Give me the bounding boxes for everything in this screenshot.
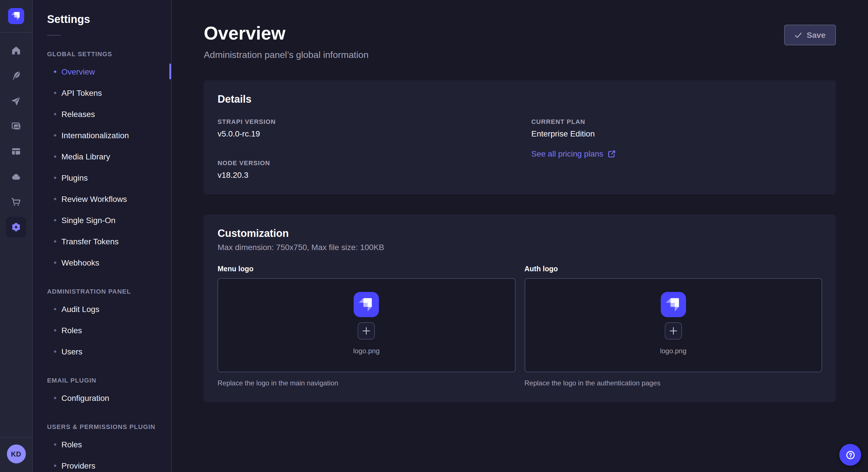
main-content: Overview Administration panel’s global i…: [172, 0, 868, 472]
auth-logo-add-button[interactable]: [665, 322, 682, 339]
subnav-item-review-workflows[interactable]: Review Workflows: [33, 188, 171, 209]
cloud-icon[interactable]: [6, 166, 26, 187]
help-button[interactable]: [839, 444, 861, 466]
check-icon: [795, 31, 802, 39]
subnav-item-overview[interactable]: Overview: [33, 61, 171, 82]
main-nav-rail: KD: [0, 0, 33, 472]
subnav-title: Settings: [33, 0, 171, 26]
bullet-dot: [54, 92, 56, 94]
user-avatar[interactable]: KD: [7, 444, 26, 463]
external-link-icon: [608, 150, 615, 158]
auth-logo-caption: Replace the logo in the authentication p…: [524, 379, 822, 387]
plus-icon: [363, 327, 371, 335]
bullet-dot: [54, 443, 56, 445]
subnav-item-internationalization[interactable]: Internationalization: [33, 125, 171, 146]
subnav-item-audit-logs[interactable]: Audit Logs: [33, 298, 171, 319]
auth-logo-preview: [661, 292, 686, 317]
bullet-dot: [54, 70, 56, 72]
subnav-item-releases[interactable]: Releases: [33, 103, 171, 125]
bullet-dot: [54, 113, 56, 115]
auth-logo-upload-box[interactable]: logo.png: [524, 278, 822, 372]
bullet-dot: [54, 219, 56, 221]
auth-logo-section: Auth logo logo.png Replace the logo in t…: [524, 265, 822, 387]
bullet-dot: [54, 155, 56, 158]
customization-constraints: Max dimension: 750x750, Max file size: 1…: [218, 243, 822, 252]
subnav-item-up-roles[interactable]: Roles: [33, 434, 171, 455]
subnav-item-single-sign-on[interactable]: Single Sign-On: [33, 209, 171, 231]
save-button[interactable]: Save: [784, 25, 836, 45]
bullet-dot: [54, 176, 56, 179]
menu-logo-preview: [354, 292, 379, 317]
rail-icon-list: [6, 33, 26, 237]
subnav-item-api-tokens[interactable]: API Tokens: [33, 82, 171, 103]
bullet-dot: [54, 308, 56, 310]
marketplace-cart-icon[interactable]: [6, 192, 26, 212]
plus-icon: [670, 327, 677, 335]
menu-logo-section: Menu logo logo.png Replace the logo in t…: [218, 265, 515, 387]
content-manager-layout-icon[interactable]: [6, 141, 26, 162]
settings-subnav: Settings GLOBAL SETTINGS Overview API To…: [33, 0, 172, 472]
page-subtitle: Administration panel’s global informatio…: [204, 50, 369, 60]
menu-logo-add-button[interactable]: [358, 322, 375, 339]
page-title: Overview: [204, 23, 369, 44]
subnav-item-media-library[interactable]: Media Library: [33, 146, 171, 167]
pricing-plans-link[interactable]: See all pricing plans: [531, 149, 615, 158]
section-label-global-settings: GLOBAL SETTINGS: [33, 36, 171, 61]
bullet-dot: [54, 350, 56, 352]
customization-card-title: Customization: [218, 228, 822, 240]
bullet-dot: [54, 464, 56, 467]
subnav-item-admin-roles[interactable]: Roles: [33, 319, 171, 341]
strapi-logo[interactable]: [0, 0, 32, 33]
customization-card: Customization Max dimension: 750x750, Ma…: [204, 214, 836, 402]
auth-logo-label: Auth logo: [524, 265, 822, 273]
page-header: Overview Administration panel’s global i…: [204, 23, 836, 60]
strapi-logo-icon: [8, 8, 24, 24]
current-plan-field: CURRENT PLAN Enterprise Edition: [531, 118, 822, 138]
bullet-dot: [54, 261, 56, 264]
bullet-dot: [54, 240, 56, 242]
media-library-images-icon[interactable]: [6, 116, 26, 136]
bullet-dot: [54, 329, 56, 331]
node-version-field: NODE VERSION v18.20.3: [218, 160, 508, 179]
deploy-paper-plane-icon[interactable]: [6, 91, 26, 111]
auth-logo-filename: logo.png: [660, 347, 686, 355]
bullet-dot: [54, 397, 56, 399]
section-label-users-permissions-plugin: USERS & PERMISSIONS PLUGIN: [33, 408, 171, 434]
home-icon[interactable]: [6, 40, 26, 61]
subnav-item-admin-users[interactable]: Users: [33, 341, 171, 362]
question-mark-icon: [844, 449, 856, 461]
details-card-title: Details: [218, 94, 822, 105]
menu-logo-upload-box[interactable]: logo.png: [218, 278, 515, 372]
strapi-version-field: STRAPI VERSION v5.0.0-rc.19: [218, 118, 508, 138]
section-label-email-plugin: EMAIL PLUGIN: [33, 362, 171, 387]
content-type-builder-feather-icon[interactable]: [6, 65, 26, 86]
menu-logo-filename: logo.png: [353, 347, 379, 355]
rail-footer: KD: [0, 437, 32, 472]
menu-logo-caption: Replace the logo in the main navigation: [218, 379, 515, 387]
subnav-item-email-configuration[interactable]: Configuration: [33, 387, 171, 408]
menu-logo-label: Menu logo: [218, 265, 515, 273]
subnav-item-up-providers[interactable]: Providers: [33, 455, 171, 472]
subnav-item-webhooks[interactable]: Webhooks: [33, 252, 171, 273]
settings-gear-icon[interactable]: [6, 217, 26, 237]
details-card: Details STRAPI VERSION v5.0.0-rc.19 NODE…: [204, 80, 836, 194]
bullet-dot: [54, 198, 56, 200]
subnav-item-plugins[interactable]: Plugins: [33, 167, 171, 188]
section-label-administration-panel: ADMINISTRATION PANEL: [33, 273, 171, 298]
subnav-item-transfer-tokens[interactable]: Transfer Tokens: [33, 231, 171, 252]
app-window: KD Settings GLOBAL SETTINGS Overview API…: [0, 0, 868, 472]
bullet-dot: [54, 134, 56, 136]
